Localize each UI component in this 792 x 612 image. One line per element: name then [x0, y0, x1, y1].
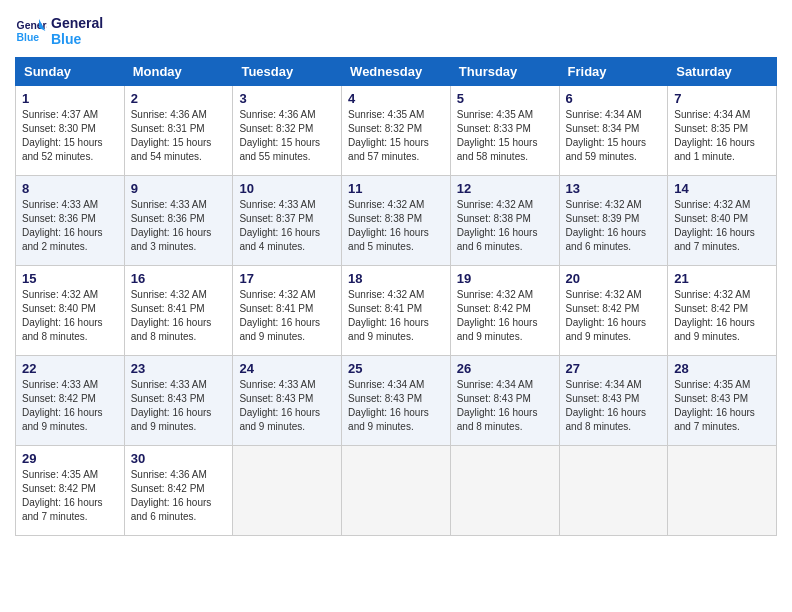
page-header: General Blue General Blue [15, 15, 777, 47]
day-number: 6 [566, 91, 662, 106]
day-info: Sunrise: 4:32 AMSunset: 8:41 PMDaylight:… [131, 288, 227, 344]
day-info: Sunrise: 4:36 AMSunset: 8:31 PMDaylight:… [131, 108, 227, 164]
calendar-cell-day-5: 5Sunrise: 4:35 AMSunset: 8:33 PMDaylight… [450, 86, 559, 176]
calendar-cell-day-28: 28Sunrise: 4:35 AMSunset: 8:43 PMDayligh… [668, 356, 777, 446]
day-number: 4 [348, 91, 444, 106]
calendar-cell-day-18: 18Sunrise: 4:32 AMSunset: 8:41 PMDayligh… [342, 266, 451, 356]
day-info: Sunrise: 4:32 AMSunset: 8:40 PMDaylight:… [674, 198, 770, 254]
day-number: 18 [348, 271, 444, 286]
day-number: 19 [457, 271, 553, 286]
calendar-week-5: 29Sunrise: 4:35 AMSunset: 8:42 PMDayligh… [16, 446, 777, 536]
calendar-cell-day-4: 4Sunrise: 4:35 AMSunset: 8:32 PMDaylight… [342, 86, 451, 176]
svg-text:Blue: Blue [17, 32, 40, 43]
calendar-cell-day-29: 29Sunrise: 4:35 AMSunset: 8:42 PMDayligh… [16, 446, 125, 536]
day-number: 13 [566, 181, 662, 196]
calendar-cell-day-empty [450, 446, 559, 536]
day-number: 28 [674, 361, 770, 376]
calendar-week-2: 8Sunrise: 4:33 AMSunset: 8:36 PMDaylight… [16, 176, 777, 266]
day-number: 17 [239, 271, 335, 286]
day-number: 21 [674, 271, 770, 286]
day-number: 5 [457, 91, 553, 106]
day-number: 26 [457, 361, 553, 376]
day-info: Sunrise: 4:32 AMSunset: 8:38 PMDaylight:… [457, 198, 553, 254]
day-number: 23 [131, 361, 227, 376]
day-number: 9 [131, 181, 227, 196]
day-info: Sunrise: 4:32 AMSunset: 8:42 PMDaylight:… [674, 288, 770, 344]
calendar-table: SundayMondayTuesdayWednesdayThursdayFrid… [15, 57, 777, 536]
day-info: Sunrise: 4:37 AMSunset: 8:30 PMDaylight:… [22, 108, 118, 164]
calendar-cell-day-20: 20Sunrise: 4:32 AMSunset: 8:42 PMDayligh… [559, 266, 668, 356]
day-info: Sunrise: 4:33 AMSunset: 8:43 PMDaylight:… [239, 378, 335, 434]
day-info: Sunrise: 4:32 AMSunset: 8:38 PMDaylight:… [348, 198, 444, 254]
day-info: Sunrise: 4:32 AMSunset: 8:42 PMDaylight:… [457, 288, 553, 344]
day-info: Sunrise: 4:35 AMSunset: 8:42 PMDaylight:… [22, 468, 118, 524]
calendar-cell-day-empty [668, 446, 777, 536]
calendar-cell-day-22: 22Sunrise: 4:33 AMSunset: 8:42 PMDayligh… [16, 356, 125, 446]
day-info: Sunrise: 4:32 AMSunset: 8:40 PMDaylight:… [22, 288, 118, 344]
calendar-cell-day-empty [559, 446, 668, 536]
day-info: Sunrise: 4:34 AMSunset: 8:34 PMDaylight:… [566, 108, 662, 164]
column-header-friday: Friday [559, 58, 668, 86]
calendar-cell-day-3: 3Sunrise: 4:36 AMSunset: 8:32 PMDaylight… [233, 86, 342, 176]
day-number: 7 [674, 91, 770, 106]
day-number: 3 [239, 91, 335, 106]
calendar-cell-day-27: 27Sunrise: 4:34 AMSunset: 8:43 PMDayligh… [559, 356, 668, 446]
calendar-cell-day-23: 23Sunrise: 4:33 AMSunset: 8:43 PMDayligh… [124, 356, 233, 446]
logo-icon: General Blue [15, 15, 47, 47]
day-number: 22 [22, 361, 118, 376]
calendar-cell-day-30: 30Sunrise: 4:36 AMSunset: 8:42 PMDayligh… [124, 446, 233, 536]
column-header-saturday: Saturday [668, 58, 777, 86]
calendar-cell-day-12: 12Sunrise: 4:32 AMSunset: 8:38 PMDayligh… [450, 176, 559, 266]
day-info: Sunrise: 4:35 AMSunset: 8:43 PMDaylight:… [674, 378, 770, 434]
column-header-wednesday: Wednesday [342, 58, 451, 86]
calendar-cell-day-6: 6Sunrise: 4:34 AMSunset: 8:34 PMDaylight… [559, 86, 668, 176]
day-info: Sunrise: 4:34 AMSunset: 8:35 PMDaylight:… [674, 108, 770, 164]
calendar-cell-day-17: 17Sunrise: 4:32 AMSunset: 8:41 PMDayligh… [233, 266, 342, 356]
calendar-week-4: 22Sunrise: 4:33 AMSunset: 8:42 PMDayligh… [16, 356, 777, 446]
calendar-cell-day-10: 10Sunrise: 4:33 AMSunset: 8:37 PMDayligh… [233, 176, 342, 266]
day-info: Sunrise: 4:34 AMSunset: 8:43 PMDaylight:… [566, 378, 662, 434]
day-info: Sunrise: 4:36 AMSunset: 8:32 PMDaylight:… [239, 108, 335, 164]
day-info: Sunrise: 4:35 AMSunset: 8:33 PMDaylight:… [457, 108, 553, 164]
calendar-week-3: 15Sunrise: 4:32 AMSunset: 8:40 PMDayligh… [16, 266, 777, 356]
calendar-cell-day-15: 15Sunrise: 4:32 AMSunset: 8:40 PMDayligh… [16, 266, 125, 356]
logo: General Blue General Blue [15, 15, 103, 47]
calendar-cell-day-11: 11Sunrise: 4:32 AMSunset: 8:38 PMDayligh… [342, 176, 451, 266]
day-number: 20 [566, 271, 662, 286]
day-number: 16 [131, 271, 227, 286]
day-info: Sunrise: 4:33 AMSunset: 8:36 PMDaylight:… [22, 198, 118, 254]
calendar-cell-day-24: 24Sunrise: 4:33 AMSunset: 8:43 PMDayligh… [233, 356, 342, 446]
day-info: Sunrise: 4:34 AMSunset: 8:43 PMDaylight:… [348, 378, 444, 434]
calendar-cell-day-26: 26Sunrise: 4:34 AMSunset: 8:43 PMDayligh… [450, 356, 559, 446]
day-number: 29 [22, 451, 118, 466]
day-number: 2 [131, 91, 227, 106]
logo-blue: Blue [51, 31, 103, 47]
day-info: Sunrise: 4:35 AMSunset: 8:32 PMDaylight:… [348, 108, 444, 164]
calendar-cell-day-2: 2Sunrise: 4:36 AMSunset: 8:31 PMDaylight… [124, 86, 233, 176]
calendar-cell-day-9: 9Sunrise: 4:33 AMSunset: 8:36 PMDaylight… [124, 176, 233, 266]
day-number: 12 [457, 181, 553, 196]
calendar-cell-day-14: 14Sunrise: 4:32 AMSunset: 8:40 PMDayligh… [668, 176, 777, 266]
calendar-cell-day-13: 13Sunrise: 4:32 AMSunset: 8:39 PMDayligh… [559, 176, 668, 266]
day-number: 8 [22, 181, 118, 196]
day-number: 1 [22, 91, 118, 106]
day-number: 27 [566, 361, 662, 376]
column-header-monday: Monday [124, 58, 233, 86]
day-info: Sunrise: 4:33 AMSunset: 8:43 PMDaylight:… [131, 378, 227, 434]
calendar-cell-day-25: 25Sunrise: 4:34 AMSunset: 8:43 PMDayligh… [342, 356, 451, 446]
day-info: Sunrise: 4:33 AMSunset: 8:37 PMDaylight:… [239, 198, 335, 254]
day-info: Sunrise: 4:33 AMSunset: 8:42 PMDaylight:… [22, 378, 118, 434]
logo-general: General [51, 15, 103, 31]
day-info: Sunrise: 4:36 AMSunset: 8:42 PMDaylight:… [131, 468, 227, 524]
calendar-cell-day-empty [233, 446, 342, 536]
day-number: 25 [348, 361, 444, 376]
calendar-cell-day-16: 16Sunrise: 4:32 AMSunset: 8:41 PMDayligh… [124, 266, 233, 356]
calendar-cell-day-1: 1Sunrise: 4:37 AMSunset: 8:30 PMDaylight… [16, 86, 125, 176]
day-number: 30 [131, 451, 227, 466]
day-number: 14 [674, 181, 770, 196]
day-info: Sunrise: 4:32 AMSunset: 8:41 PMDaylight:… [239, 288, 335, 344]
calendar-cell-day-8: 8Sunrise: 4:33 AMSunset: 8:36 PMDaylight… [16, 176, 125, 266]
day-number: 15 [22, 271, 118, 286]
calendar-cell-day-19: 19Sunrise: 4:32 AMSunset: 8:42 PMDayligh… [450, 266, 559, 356]
calendar-week-1: 1Sunrise: 4:37 AMSunset: 8:30 PMDaylight… [16, 86, 777, 176]
